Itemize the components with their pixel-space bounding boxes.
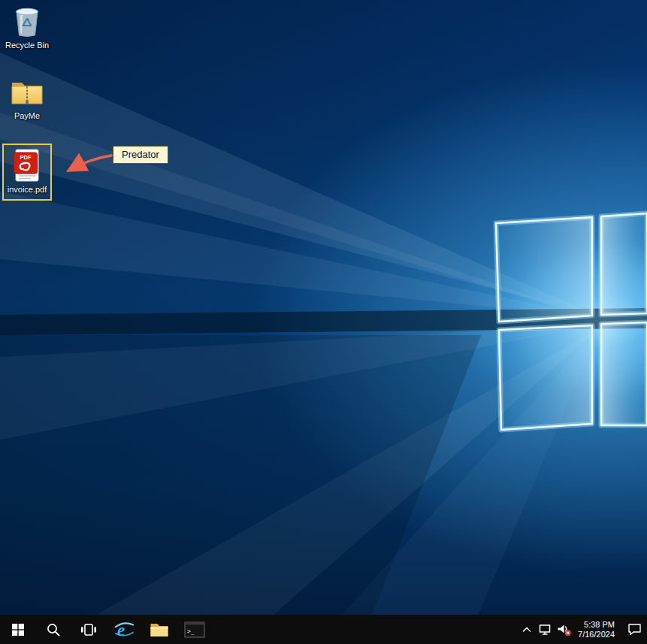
annotation-callout-predator: Predator xyxy=(113,146,168,164)
network-button[interactable] xyxy=(536,615,555,644)
pdf-icon-text: PDF xyxy=(20,154,32,161)
desktop-icon-recycle-bin[interactable]: Recycle Bin xyxy=(0,5,54,50)
recycle-bin-icon xyxy=(10,5,44,38)
file-explorer-icon xyxy=(150,621,169,638)
task-view-button[interactable] xyxy=(71,615,106,644)
command-prompt-button[interactable]: >_ xyxy=(177,615,212,644)
command-prompt-icon: >_ xyxy=(184,621,205,638)
wallpaper xyxy=(0,0,647,644)
invoice-pdf-label: invoice.pdf xyxy=(8,185,47,195)
chevron-up-icon xyxy=(522,625,532,634)
clock-time: 5:38 PM xyxy=(578,620,615,630)
action-center-button[interactable] xyxy=(621,615,647,644)
annotation-arrow-icon xyxy=(59,149,116,182)
action-center-icon xyxy=(627,623,642,636)
zip-folder-icon xyxy=(10,75,44,108)
volume-button[interactable] xyxy=(555,615,573,644)
search-icon xyxy=(46,622,61,637)
payme-label: PayMe xyxy=(14,111,40,121)
search-button[interactable] xyxy=(35,615,71,644)
internet-explorer-button[interactable]: e xyxy=(106,615,141,644)
desktop-icon-payme[interactable]: PayMe xyxy=(0,75,54,121)
desktop-icon-invoice-pdf[interactable]: PDF invoice.pdf xyxy=(2,144,52,201)
tray-expand-button[interactable] xyxy=(517,615,536,644)
start-button[interactable] xyxy=(0,615,35,644)
windows-desktop: Recycle Bin PayMe xyxy=(0,0,647,644)
task-view-icon xyxy=(80,622,97,637)
pdf-icon: PDF xyxy=(10,149,44,182)
clock-date: 7/16/2024 xyxy=(578,630,615,639)
network-icon xyxy=(539,624,552,636)
svg-text:>_: >_ xyxy=(187,627,195,634)
taskbar-clock[interactable]: 5:38 PM 7/16/2024 xyxy=(573,615,621,644)
system-tray: 5:38 PM 7/16/2024 xyxy=(517,615,647,644)
windows-logo-icon xyxy=(11,623,25,636)
recycle-bin-label: Recycle Bin xyxy=(5,41,49,50)
taskbar: e >_ xyxy=(0,615,647,644)
volume-icon xyxy=(557,623,572,636)
file-explorer-button[interactable] xyxy=(141,615,177,644)
internet-explorer-icon: e xyxy=(114,620,134,639)
